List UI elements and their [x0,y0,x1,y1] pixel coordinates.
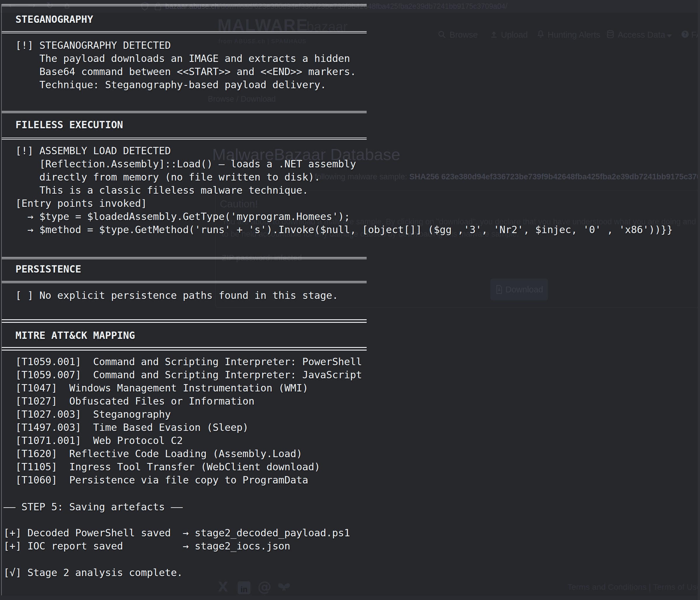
terminal-line: → $method = $type.GetMethod('runs' + 's'… [16,223,673,236]
terminal-line: → $type = $loadedAssembly.GetType('mypro… [16,210,350,223]
terminal-line: [ ] No explicit persistence paths found … [16,289,338,302]
sample-prefix: following malware sample: [315,172,409,181]
lock-icon[interactable] [154,2,162,11]
terminal-line: The payload downloads an IMAGE and extra… [16,52,350,65]
terminal-line: This is a classic fileless malware techn… [16,184,308,197]
mitre-row: [T1047] Windows Management Instrumentati… [16,382,308,394]
download-button-label: Download [506,285,543,294]
terminal-separator [2,111,367,113]
step5-heading: —— STEP 5: Saving artefacts —— [3,500,183,513]
terminal-double-separator [2,319,367,323]
file-download-icon [496,285,503,294]
nav-item-access-data[interactable]: Access Data [618,30,665,40]
footer-strip [0,595,700,600]
section-header-fileless: FILELESS EXECUTION [16,118,123,131]
section-header-persistence: PERSISTENCE [16,263,81,276]
saved-artifact-line: [+] IOC report saved → stage2_iocs.json [3,539,291,553]
sample-sha256: SHA256 623e380d94ef336723be739f9b42648fb… [409,172,700,181]
mitre-row: [T1497.003] Time Based Evasion (Sleep) [16,421,248,434]
terminal-line: [!] STEGANOGRAPHY DETECTED [16,39,171,52]
nav-item-browse[interactable]: Browse [450,30,478,40]
mitre-row: [T1027.003] Steganography [16,408,171,421]
terminal-separator [2,31,367,33]
caution-title: Caution! [220,198,258,210]
breadcrumb[interactable]: Browse / Download [208,95,276,104]
terminal-line: [!] ASSEMBLY LOAD DETECTED [16,144,171,158]
terminal-line: [Reflection.Assembly]::Load() — loads a … [16,158,356,171]
mitre-row: [T1071.001] Web Protocol C2 [16,434,183,447]
mitre-row: [T1059.007] Command and Scripting Interp… [16,368,362,382]
terminal-separator [2,4,367,6]
terminal-separator [2,281,367,283]
address-bar[interactable]: bazaar.abuse.ch/download/623e380d94ef336… [165,2,507,10]
search-icon [438,30,446,39]
database-icon [606,30,615,39]
scrollbar[interactable] [698,0,700,600]
sample-description: following malware sample: SHA256 623e380… [315,172,700,182]
section-header-mitre: MITRE ATT&CK MAPPING [16,329,135,342]
svg-text:?: ? [684,31,686,37]
terminal-line: Technique: Steganography-based payload d… [16,78,326,91]
download-button[interactable]: Download [491,279,548,300]
x-twitter-icon[interactable]: X [218,579,228,595]
url-domain: bazaar.abuse.ch [165,2,219,10]
mitre-row: [T1105] Ingress Tool Transfer (WebClient… [16,460,320,474]
shield-icon[interactable] [141,2,149,11]
terminal-line: directly from memory (no file written to… [16,171,320,184]
terminal-line: Base64 command between <<START>> and <<E… [16,65,356,78]
mitre-row: [T1060] Persistence via file copy to Pro… [16,474,308,487]
terminal-left-border [1,4,2,595]
terminal-separator [2,138,367,140]
saved-artifact-line: [+] Decoded PowerShell saved → stage2_de… [3,526,350,539]
question-circle-icon: ? [681,30,690,39]
site-logo-tagline: from ABUSE.ch | SPAMHAUS [218,38,306,45]
chevron-down-icon [667,34,672,38]
analysis-complete-line: [√] Stage 2 analysis complete. [3,566,183,579]
bluesky-icon[interactable] [277,581,291,594]
url-path: /download/623e380d94ef336723be739f9b4264… [219,2,507,10]
linkedin-icon[interactable]: in [238,581,250,594]
section-header-steganography: STEGANOGRAPHY [16,13,93,26]
footer-links[interactable]: Terms and Conditions | Terms of Use [568,582,700,592]
terminal-double-separator [2,347,367,351]
mastodon-icon[interactable]: @ [257,578,272,595]
mitre-row: [T1059.001] Command and Scripting Interp… [16,355,362,368]
mitre-row: [T1620] Reflective Code Loading (Assembl… [16,447,302,460]
nav-item-hunting-alerts[interactable]: Hunting Alerts [548,30,600,40]
terminal-separator [2,257,367,259]
mitre-row: [T1027] Obfuscated Files or Information [16,394,254,408]
nav-item-upload[interactable]: Upload [501,30,528,40]
upload-icon [490,30,498,39]
terminal-line: [Entry points invoked] [16,197,147,210]
bell-icon [536,30,545,39]
